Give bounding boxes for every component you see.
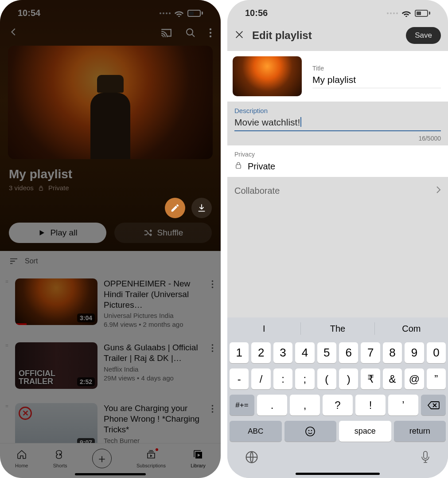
privacy-card[interactable]: Privacy Private — [227, 145, 448, 177]
svg-point-6 — [212, 283, 214, 285]
wifi-icon — [174, 10, 184, 17]
key[interactable]: ” — [427, 368, 446, 389]
key[interactable]: 8 — [383, 342, 402, 363]
key-row-bottom: ABC space return — [227, 418, 448, 444]
cast-icon[interactable] — [160, 28, 172, 38]
x-icon: ✕ — [19, 407, 32, 420]
svg-point-17 — [308, 430, 310, 431]
back-button[interactable] — [9, 27, 19, 39]
search-icon[interactable] — [185, 27, 196, 38]
collaborate-row[interactable]: Collaborate — [227, 177, 448, 205]
nav-shorts[interactable]: Shorts — [53, 449, 67, 468]
video-meta: 6.9M views • 2 months ago — [104, 321, 202, 328]
key-row-symbols: - / : ; ( ) ₹ & @ ” — [227, 366, 448, 392]
video-thumbnail[interactable]: OFFICIAL TRAILER 2:52 — [15, 342, 97, 389]
video-more-icon[interactable] — [210, 403, 215, 416]
play-all-label: Play all — [50, 228, 77, 238]
suggestion[interactable]: Com — [375, 324, 448, 334]
key[interactable]: ’ — [388, 395, 418, 415]
status-time: 10:56 — [245, 8, 268, 18]
key[interactable]: 1 — [230, 342, 249, 363]
suggestion[interactable]: The — [301, 324, 374, 334]
status-time: 10:54 — [18, 8, 40, 18]
video-more-icon[interactable] — [210, 342, 215, 356]
key[interactable]: , — [290, 395, 320, 415]
key[interactable]: : — [273, 368, 292, 389]
key[interactable]: / — [251, 368, 270, 389]
key[interactable]: 4 — [295, 342, 314, 363]
suggestion-bar: I The Com — [227, 317, 448, 340]
svg-point-18 — [311, 430, 312, 431]
svg-point-0 — [187, 29, 193, 35]
description-input[interactable]: Movie watchlist! — [234, 117, 441, 131]
nav-home[interactable]: Home — [15, 449, 28, 468]
title-input[interactable]: My playlist — [312, 74, 441, 88]
battery-icon — [415, 10, 430, 17]
sort-button[interactable]: Sort — [0, 251, 221, 271]
duration-badge: 2:52 — [77, 377, 95, 386]
video-item[interactable]: = OFFICIAL TRAILER 2:52 Guns & Gulaabs |… — [0, 335, 221, 396]
key[interactable]: @ — [405, 368, 424, 389]
key-backspace[interactable] — [421, 395, 446, 415]
suggestion[interactable]: I — [227, 324, 300, 334]
mic-icon[interactable] — [421, 451, 430, 466]
thumbnail-overlay-text: OFFICIAL TRAILER — [19, 369, 55, 385]
key[interactable]: 6 — [339, 342, 358, 363]
key-emoji[interactable] — [284, 421, 337, 442]
svg-point-2 — [210, 32, 211, 34]
key[interactable]: & — [383, 368, 402, 389]
key-abc[interactable]: ABC — [230, 421, 282, 442]
svg-point-1 — [210, 28, 211, 30]
download-button[interactable] — [191, 198, 212, 218]
key[interactable]: 5 — [317, 342, 336, 363]
privacy-value: Private — [248, 161, 275, 172]
key[interactable]: 9 — [405, 342, 424, 363]
key[interactable]: ? — [323, 395, 353, 415]
drag-handle-icon[interactable]: = — [5, 342, 9, 349]
key[interactable]: - — [230, 368, 249, 389]
key-shift[interactable]: #+= — [230, 395, 254, 415]
header-title: Edit playlist — [252, 29, 398, 42]
key-space[interactable]: space — [339, 421, 391, 442]
close-button[interactable] — [234, 30, 244, 41]
shorts-icon — [55, 449, 66, 461]
key[interactable]: ₹ — [361, 368, 380, 389]
key[interactable]: ! — [355, 395, 386, 415]
save-button[interactable]: Save — [406, 27, 441, 44]
key-return[interactable]: return — [394, 421, 446, 442]
video-more-icon[interactable] — [210, 278, 215, 292]
key[interactable]: 3 — [273, 342, 292, 363]
drag-handle-icon[interactable]: = — [5, 278, 9, 285]
nav-library[interactable]: Library — [191, 449, 206, 468]
key[interactable]: 2 — [251, 342, 270, 363]
key[interactable]: . — [257, 395, 287, 415]
video-item[interactable]: = 3:04 OPPENHEIMER - New Hindi Trailer (… — [0, 271, 221, 335]
duration-badge: 3:04 — [77, 313, 95, 322]
more-icon[interactable] — [209, 28, 212, 38]
svg-point-3 — [210, 35, 211, 37]
video-title: You are Charging your Phone Wrong ! *Cha… — [104, 403, 202, 435]
key[interactable]: ; — [295, 368, 314, 389]
video-thumbnail[interactable]: 3:04 — [15, 278, 97, 325]
key[interactable]: ( — [317, 368, 336, 389]
playlist-meta: 3 videos Private — [0, 184, 221, 198]
battery-icon — [187, 10, 203, 17]
edit-button[interactable] — [165, 198, 185, 218]
collaborate-label: Collaborate — [234, 186, 280, 196]
edit-playlist-screen: 10:56 Edit playlist Save Title My playli… — [227, 0, 448, 478]
sort-label: Sort — [25, 257, 38, 265]
privacy-label: Privacy — [234, 151, 441, 158]
play-all-button[interactable]: Play all — [9, 223, 106, 243]
svg-point-11 — [212, 405, 214, 407]
nav-create[interactable]: ＋ — [92, 449, 112, 468]
key[interactable]: 0 — [427, 342, 446, 363]
nav-label: Subscriptions — [136, 463, 166, 468]
drag-handle-icon[interactable]: = — [5, 403, 9, 409]
globe-icon[interactable] — [245, 451, 258, 466]
key[interactable]: ) — [339, 368, 358, 389]
shuffle-button[interactable]: Shuffle — [114, 223, 212, 243]
key[interactable]: 7 — [361, 342, 380, 363]
nav-subscriptions[interactable]: Subscriptions — [136, 449, 166, 468]
privacy-label: Private — [48, 184, 69, 192]
status-icons — [387, 10, 430, 17]
